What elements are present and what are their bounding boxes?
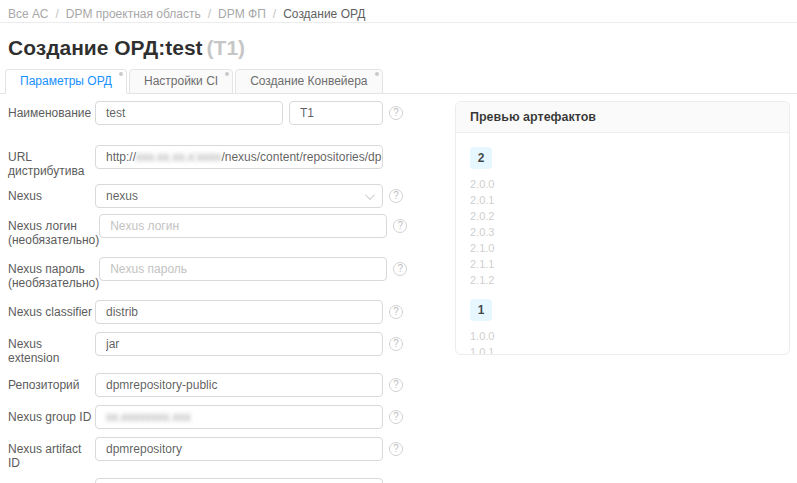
url-redacted-host: xxx.xx.xx.x:xxxx: [136, 150, 221, 164]
help-icon[interactable]: ?: [389, 305, 403, 319]
field-label-text: Nexus логин: [8, 219, 77, 233]
artifact-version-group: 11.0.01.0.11.0.2: [470, 299, 775, 355]
form-row-repository: Репозиторий?: [8, 373, 797, 397]
repository-input[interactable]: [95, 373, 383, 397]
field-control: http://xxx.xx.xx.x:xxxx/nexus/content/re…: [95, 145, 383, 169]
help-icon[interactable]: ?: [389, 410, 403, 424]
version-list-item[interactable]: 1.0.0: [470, 330, 775, 343]
field-control: standart: [95, 478, 383, 483]
version-list-item[interactable]: 2.0.1: [470, 194, 775, 207]
breadcrumb-separator: /: [273, 7, 276, 21]
help-icon[interactable]: ?: [389, 378, 403, 392]
field-label: Nexus classifier: [8, 300, 95, 319]
help-icon[interactable]: ?: [389, 106, 403, 120]
preview-panel-title: Превью артефактов: [456, 102, 789, 133]
version-list-item[interactable]: 2.1.1: [470, 258, 775, 271]
field-label: Nexus extension: [8, 332, 95, 365]
field-label: Nexus логин(необязательно): [8, 214, 99, 247]
field-control: [95, 101, 383, 125]
version-list-item[interactable]: 1.0.1: [470, 346, 775, 355]
tab-content: Наименование?URL дистрибутиваhttp://xxx.…: [0, 94, 797, 483]
field-label-text: URL дистрибутива: [8, 150, 84, 178]
nexus-artifact-id-input[interactable]: [95, 437, 383, 461]
field-label-note: (необязательно): [8, 233, 99, 247]
field-label-text: Nexus: [8, 189, 42, 203]
field-control: xx.xxxxxxxx.xxx: [95, 405, 383, 429]
breadcrumb-separator: /: [208, 7, 211, 21]
distribution-url-input[interactable]: http://xxx.xx.xx.x:xxxx/nexus/content/re…: [95, 145, 383, 169]
field-label: Шаблон артефакта: [8, 478, 95, 483]
breadcrumb-item[interactable]: DPM ФП: [218, 7, 266, 21]
preview-panel: Превью артефактов 22.0.02.0.12.0.22.0.32…: [455, 101, 790, 355]
tab-corner-dot-icon: [225, 72, 229, 76]
tab-ord-parameters[interactable]: Параметры ОРД: [5, 69, 127, 94]
tab-ci-settings[interactable]: Настройки CI: [129, 69, 233, 94]
form-row-nexus-artifact-id: Nexus artifact ID?: [8, 437, 797, 470]
field-control: [99, 214, 387, 238]
field-label: Nexus group ID: [8, 405, 95, 424]
form-row-nexus-group-id: Nexus group IDxx.xxxxxxxx.xxx?: [8, 405, 797, 429]
field-label: Наименование: [8, 101, 95, 120]
nexus-select[interactable]: nexus: [95, 184, 383, 208]
page-title-text: Создание ОРД:test: [8, 36, 203, 59]
field-label-text: Nexus пароль: [8, 262, 85, 276]
field-control: [95, 373, 383, 397]
nexus-extension-input[interactable]: [95, 332, 383, 356]
nexus-classifier-input[interactable]: [95, 300, 383, 324]
version-list-item[interactable]: 2.1.2: [470, 274, 775, 287]
version-list-item[interactable]: 2.0.0: [470, 178, 775, 191]
breadcrumb-item: Создание ОРД: [283, 7, 365, 21]
help-icon[interactable]: ?: [393, 219, 407, 233]
artifact-template-select[interactable]: standart: [95, 478, 383, 483]
field-label-text: Nexus artifact ID: [8, 442, 81, 470]
field-label: Nexus artifact ID: [8, 437, 95, 470]
chevron-down-icon: [365, 190, 375, 200]
version-major-badge[interactable]: 1: [470, 299, 492, 321]
name-code-input[interactable]: [289, 101, 383, 125]
field-control: nexus: [95, 184, 383, 208]
nexus-group-id-input[interactable]: xx.xxxxxxxx.xxx: [95, 405, 383, 429]
page-title: Создание ОРД:test(T1): [8, 36, 789, 60]
tab-corner-dot-icon: [375, 72, 379, 76]
breadcrumb-item[interactable]: DPM проектная область: [66, 7, 201, 21]
help-icon[interactable]: ?: [389, 189, 403, 203]
field-label-text: Наименование: [8, 106, 91, 120]
tab-label: Настройки CI: [144, 74, 218, 88]
tab-pipeline-creation[interactable]: Создание Конвейера: [235, 69, 382, 94]
breadcrumb-separator: /: [55, 7, 58, 21]
field-label-text: Nexus group ID: [8, 410, 91, 424]
field-label-note: (необязательно): [8, 276, 99, 290]
field-label: Репозиторий: [8, 373, 95, 392]
tab-bar: Параметры ОРДНастройки CIСоздание Конвей…: [0, 69, 797, 94]
version-list-item[interactable]: 2.0.3: [470, 226, 775, 239]
version-list-item[interactable]: 2.0.2: [470, 210, 775, 223]
form-row-artifact-template: Шаблон артефактаstandart?: [8, 478, 797, 483]
field-label-text: Nexus classifier: [8, 305, 92, 319]
nexus-password-input[interactable]: [99, 257, 387, 281]
nexus-login-input[interactable]: [99, 214, 387, 238]
breadcrumb-item[interactable]: Все АС: [8, 7, 48, 21]
help-icon[interactable]: ?: [389, 442, 403, 456]
name-input[interactable]: [95, 101, 283, 125]
preview-panel-body: 22.0.02.0.12.0.22.0.32.1.02.1.12.1.211.0…: [456, 133, 789, 355]
artifact-version-group: 22.0.02.0.12.0.22.0.32.1.02.1.12.1.2: [470, 147, 775, 287]
field-control: [95, 437, 383, 461]
help-icon[interactable]: ?: [389, 337, 403, 351]
page-title-badge: (T1): [207, 36, 246, 59]
tab-corner-dot-icon: [119, 72, 123, 76]
field-control: [95, 300, 383, 324]
breadcrumb: Все АС/DPM проектная область/DPM ФП/Созд…: [0, 0, 797, 23]
nexus-group-id-redacted-value: xx.xxxxxxxx.xxx: [106, 410, 191, 424]
field-label: Nexus пароль(необязательно): [8, 257, 99, 290]
field-label-text: Репозиторий: [8, 378, 80, 392]
field-control: [99, 257, 387, 281]
nexus-select-value: nexus: [106, 189, 138, 203]
url-path: /nexus/content/repositories/dpmreposito: [221, 150, 383, 164]
field-label: Nexus: [8, 184, 95, 203]
field-label-text: Nexus extension: [8, 337, 59, 365]
url-prefix: http://: [106, 150, 136, 164]
field-control: [95, 332, 383, 356]
help-icon[interactable]: ?: [393, 262, 407, 276]
version-list-item[interactable]: 2.1.0: [470, 242, 775, 255]
version-major-badge[interactable]: 2: [470, 147, 492, 169]
